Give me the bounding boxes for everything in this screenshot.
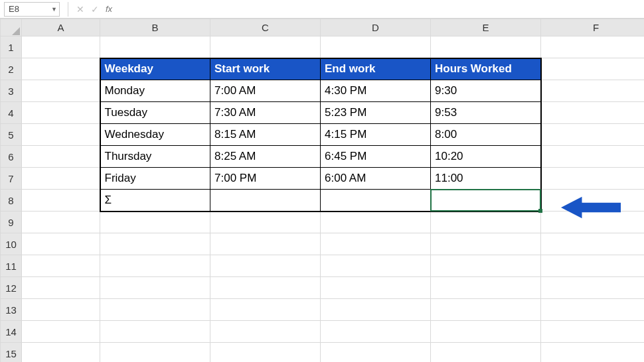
row-header-7[interactable]: 7 bbox=[1, 168, 22, 190]
cell-F3[interactable] bbox=[541, 80, 645, 102]
cell-A10[interactable] bbox=[22, 233, 100, 255]
cell-A6[interactable] bbox=[22, 146, 100, 168]
cell-F7[interactable] bbox=[541, 168, 645, 190]
fx-icon[interactable]: fx bbox=[106, 4, 112, 14]
cell-A5[interactable] bbox=[22, 124, 100, 146]
cell-A4[interactable] bbox=[22, 102, 100, 124]
cell-D7[interactable]: 6:00 AM bbox=[321, 168, 431, 190]
row-header-8[interactable]: 8 bbox=[1, 190, 22, 211]
cell-B8[interactable]: Σ bbox=[100, 190, 210, 211]
row-header-1[interactable]: 1 bbox=[1, 36, 22, 58]
cell-B10[interactable] bbox=[100, 233, 210, 255]
cell-F4[interactable] bbox=[541, 102, 645, 124]
cell-A1[interactable] bbox=[22, 36, 100, 58]
cell-F13[interactable] bbox=[541, 299, 645, 321]
cell-A2[interactable] bbox=[22, 58, 100, 80]
cell-B4[interactable]: Tuesday bbox=[100, 102, 210, 124]
cell-D11[interactable] bbox=[321, 255, 431, 277]
cell-B1[interactable] bbox=[100, 36, 210, 58]
cell-F11[interactable] bbox=[541, 255, 645, 277]
cell-E8[interactable] bbox=[431, 190, 541, 211]
col-header-D[interactable]: D bbox=[321, 19, 431, 36]
col-header-A[interactable]: A bbox=[22, 19, 100, 36]
cell-C14[interactable] bbox=[210, 321, 321, 343]
cell-F10[interactable] bbox=[541, 233, 645, 255]
cell-E6[interactable]: 10:20 bbox=[431, 146, 541, 168]
cell-E2[interactable]: Hours Worked bbox=[431, 58, 541, 80]
cell-B9[interactable] bbox=[100, 211, 210, 233]
cell-C9[interactable] bbox=[210, 211, 321, 233]
cell-D2[interactable]: End work bbox=[321, 58, 431, 80]
cell-D5[interactable]: 4:15 PM bbox=[321, 124, 431, 146]
cell-F6[interactable] bbox=[541, 146, 645, 168]
cell-B6[interactable]: Thursday bbox=[100, 146, 210, 168]
cell-B14[interactable] bbox=[100, 321, 210, 343]
cell-E5[interactable]: 8:00 bbox=[431, 124, 541, 146]
name-box-dropdown-icon[interactable]: ▼ bbox=[51, 6, 57, 13]
cell-F12[interactable] bbox=[541, 277, 645, 299]
cell-B7[interactable]: Friday bbox=[100, 168, 210, 190]
name-box[interactable]: E8 ▼ bbox=[4, 2, 60, 17]
cell-D8[interactable] bbox=[321, 190, 431, 211]
row-header-6[interactable]: 6 bbox=[1, 146, 22, 168]
cell-E9[interactable] bbox=[431, 211, 541, 233]
cell-A14[interactable] bbox=[22, 321, 100, 343]
cell-C5[interactable]: 8:15 AM bbox=[210, 124, 321, 146]
formula-input[interactable] bbox=[116, 2, 644, 17]
cell-D6[interactable]: 6:45 PM bbox=[321, 146, 431, 168]
row-header-10[interactable]: 10 bbox=[1, 233, 22, 255]
row-header-12[interactable]: 12 bbox=[1, 277, 22, 299]
cell-A13[interactable] bbox=[22, 299, 100, 321]
cell-B12[interactable] bbox=[100, 277, 210, 299]
cell-C1[interactable] bbox=[210, 36, 321, 58]
row-header-15[interactable]: 15 bbox=[1, 343, 22, 363]
cell-E10[interactable] bbox=[431, 233, 541, 255]
cell-D10[interactable] bbox=[321, 233, 431, 255]
cell-E7[interactable]: 11:00 bbox=[431, 168, 541, 190]
cell-B5[interactable]: Wednesday bbox=[100, 124, 210, 146]
col-header-F[interactable]: F bbox=[541, 19, 645, 36]
col-header-C[interactable]: C bbox=[210, 19, 321, 36]
cell-C10[interactable] bbox=[210, 233, 321, 255]
cell-A7[interactable] bbox=[22, 168, 100, 190]
cell-F14[interactable] bbox=[541, 321, 645, 343]
col-header-E[interactable]: E bbox=[431, 19, 541, 36]
cell-D9[interactable] bbox=[321, 211, 431, 233]
row-header-5[interactable]: 5 bbox=[1, 124, 22, 146]
cell-C2[interactable]: Start work bbox=[210, 58, 321, 80]
row-header-14[interactable]: 14 bbox=[1, 321, 22, 343]
cell-E3[interactable]: 9:30 bbox=[431, 80, 541, 102]
cell-D12[interactable] bbox=[321, 277, 431, 299]
cell-C7[interactable]: 7:00 PM bbox=[210, 168, 321, 190]
cell-C3[interactable]: 7:00 AM bbox=[210, 80, 321, 102]
cell-E12[interactable] bbox=[431, 277, 541, 299]
cancel-icon[interactable]: ✕ bbox=[76, 4, 84, 15]
row-header-11[interactable]: 11 bbox=[1, 255, 22, 277]
row-header-2[interactable]: 2 bbox=[1, 58, 22, 80]
cell-D15[interactable] bbox=[321, 343, 431, 363]
cell-E11[interactable] bbox=[431, 255, 541, 277]
cell-E13[interactable] bbox=[431, 299, 541, 321]
cell-F8[interactable] bbox=[541, 190, 645, 211]
cell-F9[interactable] bbox=[541, 211, 645, 233]
cell-A3[interactable] bbox=[22, 80, 100, 102]
select-all-corner[interactable] bbox=[1, 19, 22, 36]
cell-C6[interactable]: 8:25 AM bbox=[210, 146, 321, 168]
cell-D14[interactable] bbox=[321, 321, 431, 343]
col-header-B[interactable]: B bbox=[100, 19, 210, 36]
cell-A9[interactable] bbox=[22, 211, 100, 233]
cell-B11[interactable] bbox=[100, 255, 210, 277]
cell-F15[interactable] bbox=[541, 343, 645, 363]
cell-F5[interactable] bbox=[541, 124, 645, 146]
cell-E1[interactable] bbox=[431, 36, 541, 58]
cell-F1[interactable] bbox=[541, 36, 645, 58]
cell-B13[interactable] bbox=[100, 299, 210, 321]
cell-D4[interactable]: 5:23 PM bbox=[321, 102, 431, 124]
grid[interactable]: A B C D E F 1 bbox=[0, 19, 644, 362]
cell-B3[interactable]: Monday bbox=[100, 80, 210, 102]
cell-E4[interactable]: 9:53 bbox=[431, 102, 541, 124]
cell-A11[interactable] bbox=[22, 255, 100, 277]
cell-C12[interactable] bbox=[210, 277, 321, 299]
cell-E14[interactable] bbox=[431, 321, 541, 343]
cell-B2[interactable]: Weekday bbox=[100, 58, 210, 80]
